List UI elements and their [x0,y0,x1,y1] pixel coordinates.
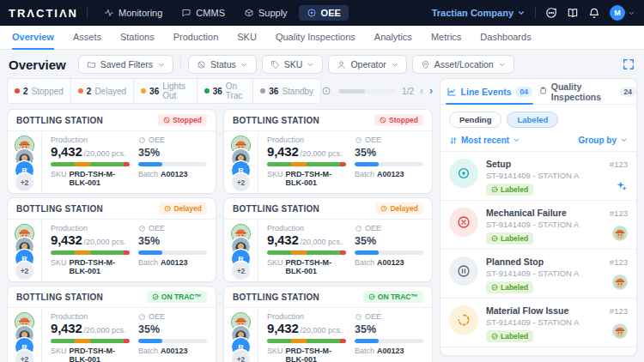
operator-avatar-stack[interactable]: R +2 [15,312,34,362]
user-avatar: M [610,5,625,21]
scroll-reset-icon[interactable] [321,86,331,96]
station-card[interactable]: BOTTLING STATION Stopped R +2 Production [223,109,433,194]
status-count: 2 [23,87,28,96]
status-filter-lights-out[interactable]: 36Lights Out [134,79,197,103]
sku-label: SKU [267,170,283,178]
subnav-metrics[interactable]: Metrics [431,26,461,50]
operator-avatar-stack[interactable]: R +2 [231,312,251,362]
oee-label: OEE [355,224,423,232]
chevron-down-icon [157,61,165,69]
production-value: 9,432 [267,144,299,159]
subnav-sku[interactable]: SKU [237,26,257,50]
ai-sparkle-icon[interactable] [615,179,628,192]
status-filter-delayed[interactable]: 2Delayed [71,79,134,103]
status-icon [164,205,171,212]
card-body: R +2 Production OEE 9,432 /20,000 pcs. [224,131,432,193]
station-card[interactable]: BOTTLING STATION Delayed R +2 Production [223,197,433,282]
check-circle-icon [491,284,498,291]
station-card[interactable]: BOTTLING STATION Delayed R +2 Production [7,197,216,282]
event-list-item[interactable]: Material Flow Issue #123 ST-9141409 - ST… [440,298,636,347]
filter-saved-filters[interactable]: Saved Filters [78,55,173,74]
production-bar [51,339,130,343]
assignee-avatar[interactable] [612,226,628,241]
subnav-production[interactable]: Production [173,26,219,50]
status-dot [204,88,210,94]
status-label: Stopped [32,87,64,96]
tab-line-events[interactable]: Line Events 04 [440,79,538,104]
production-value: 9,432 [267,321,299,335]
operator-avatar-stack[interactable]: R +2 [231,224,251,281]
status-filter-on-trac[interactable]: 36On Trac [197,79,254,103]
oee-bar [355,250,423,255]
subnav-quality-inspections[interactable]: Quality Inspections [276,26,355,50]
oee-value: 35% [138,232,207,247]
status-filter-standby[interactable]: 36Standby [253,79,320,103]
subnav-dashboards[interactable]: Dashboards [480,26,531,50]
operator-avatar-stack[interactable]: R +2 [231,136,251,193]
subnav-analytics[interactable]: Analytics [374,26,412,50]
subnav-overview[interactable]: Overview [12,26,54,50]
assignee-avatar[interactable] [612,275,628,290]
batch-value: A00123 [161,258,188,267]
page-title: Overview [9,57,66,72]
topnav-supply[interactable]: Supply [236,5,295,21]
stations-column: 2Stopped2Delayed36Lights Out36On Trac36S… [7,78,433,362]
labeled-badge: Labeled [486,184,533,196]
status-icon [380,205,387,212]
event-list-item[interactable]: Setup #123 ST-9141409 - STATION A Labele… [440,151,636,200]
event-list-item[interactable]: Mechanical Failure #123 ST-9141409 - STA… [440,200,636,249]
chevron-down-icon [620,136,628,144]
docs-icon[interactable] [567,7,579,19]
station-card[interactable]: BOTTLING STATION ON TRAC™ R +2 Productio… [7,286,216,362]
scrollbar-thumb[interactable] [339,89,365,94]
topnav-monitoring[interactable]: Monitoring [96,5,170,21]
support-chat-icon[interactable] [545,7,557,19]
group-by-label: Group by [579,136,617,145]
assignee-avatar[interactable] [612,323,628,339]
subnav-assets[interactable]: Assets [73,26,101,50]
filter-operator[interactable]: Operator [328,55,406,74]
station-card[interactable]: BOTTLING STATION ON TRAC™ R +2 Productio… [223,286,433,362]
chip-labeled[interactable]: Labeled [507,112,558,128]
chevron-down-icon [517,9,526,17]
tab-quality-inspections[interactable]: Quality Inspections 24 [539,79,637,104]
event-title: Planned Stop [486,256,610,267]
prev-page-button[interactable]: ‹ [420,86,423,96]
sku-value: PRD-TSH-M-BLK-001 [70,170,130,187]
filter-sku[interactable]: SKU [262,55,324,74]
pagination: 1/2 ‹ › [321,86,433,96]
status-filter-stopped[interactable]: 2Stopped [8,79,71,103]
production-bar [267,162,346,166]
filter-asset-location[interactable]: Asset/Location [412,55,514,74]
avatar-overflow-count: +2 [15,350,33,362]
chevron-down-icon [307,61,314,69]
operator-avatar-stack[interactable]: R +2 [15,136,34,193]
user-menu[interactable]: M [610,5,635,21]
topnav-oee[interactable]: OEE [299,5,349,21]
status-label: Delayed [390,204,418,213]
topbar-right: Tractian Company M [432,5,635,21]
chevron-down-icon [513,136,520,144]
chip-pending[interactable]: Pending [449,112,501,128]
subnav-stations[interactable]: Stations [120,26,155,50]
oee-value: 35% [355,321,423,335]
production-bar-segment [267,162,291,166]
operator-avatar-stack[interactable]: R +2 [15,224,34,281]
filter-status[interactable]: Status [188,55,257,74]
avatar-column: R +2 [224,308,258,362]
next-page-button[interactable]: › [429,86,433,96]
topnav-cmms[interactable]: CMMS [173,5,233,21]
group-by-selector[interactable]: Group by [579,136,628,145]
production-bar [267,339,346,343]
scrollbar[interactable] [337,89,396,94]
company-selector[interactable]: Tractian Company [432,8,526,18]
station-card[interactable]: BOTTLING STATION Stopped R +2 Production [7,109,216,194]
event-list-item[interactable]: Planned Stop #123 ST-9141409 - STATION A… [440,249,636,298]
event-body: Setup #123 ST-9141409 - STATION A Labele… [486,159,628,193]
card-header: BOTTLING STATION Stopped [8,110,216,131]
notifications-icon[interactable] [588,7,600,19]
fullscreen-icon[interactable] [622,57,635,71]
sort-selector[interactable]: Most recent [449,136,520,145]
production-bar-segment [51,162,75,166]
batch-label: Batch [138,258,158,267]
